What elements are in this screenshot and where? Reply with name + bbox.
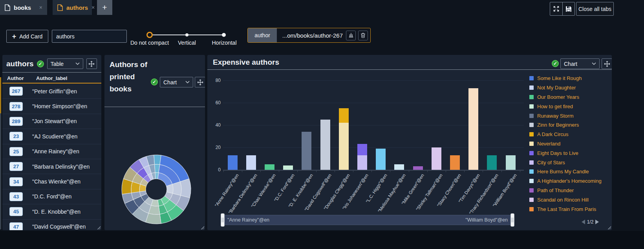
legend-item[interactable]: Some Like it Rough [529, 74, 611, 83]
move-card-handle[interactable] [86, 58, 97, 69]
bar-segment[interactable] [246, 155, 256, 170]
bar-segment[interactable] [283, 165, 293, 170]
delete-selection-button[interactable] [358, 31, 368, 40]
column-header-author-label[interactable]: Author_label [36, 75, 67, 81]
card-resize-handle[interactable] [607, 226, 611, 229]
legend-item[interactable]: Zinn for Beginners [529, 120, 611, 130]
slider-option-vertical[interactable]: Vertical [171, 40, 203, 46]
tab-authors[interactable]: authors × [53, 0, 92, 15]
bar-segment[interactable] [506, 155, 516, 170]
legend-item[interactable]: Scandal on Rincon Hill [529, 195, 611, 204]
legend-item[interactable]: A Highlander's Homecoming [529, 176, 611, 186]
legend-swatch [529, 76, 534, 80]
table-row: 45"D. E. Knobbe"@en [2, 204, 101, 219]
bar-segment[interactable] [394, 164, 404, 170]
legend-item[interactable]: How to get fired [529, 102, 611, 111]
legend-item[interactable]: Path of Thunder [529, 186, 611, 195]
author-label-cell: "Homer Simpson"@en [32, 103, 87, 109]
bar-segment[interactable] [320, 120, 330, 170]
legend-next-page-icon[interactable] [595, 220, 599, 224]
tab-books[interactable]: books × [0, 0, 47, 15]
zoom-slider-left-handle[interactable] [221, 213, 225, 227]
bar-segment[interactable] [487, 155, 497, 170]
card-resize-handle[interactable] [201, 226, 204, 229]
legend-prev-page-icon[interactable] [582, 220, 585, 224]
gridline [223, 147, 524, 148]
close-icon[interactable]: × [39, 4, 42, 11]
compact-slider-handle[interactable] [146, 32, 153, 38]
table-row: 289"Jon Stewart"@en [2, 114, 101, 129]
legend-item[interactable]: Not My Daughter [529, 83, 611, 93]
clear-selection-button[interactable] [346, 31, 356, 40]
author-id-badge[interactable]: 25 [9, 147, 23, 156]
author-id-badge[interactable]: 47 [9, 222, 23, 230]
zoom-slider-right-handle[interactable] [510, 213, 514, 227]
legend-item[interactable]: A Dark Circus [529, 130, 611, 139]
add-card-button[interactable]: + Add Card [6, 30, 48, 43]
author-label-cell: "David Cogswell"@en [32, 224, 86, 230]
column-header-author[interactable]: Author [7, 75, 24, 81]
bar-segment[interactable] [432, 147, 441, 170]
bar-segment[interactable] [413, 166, 423, 170]
author-id-badge[interactable]: 289 [9, 117, 23, 126]
legend-item[interactable]: Neverland [529, 139, 611, 149]
move-card-handle[interactable] [195, 77, 205, 87]
legend-item[interactable]: Here Burns My Candle [529, 167, 611, 176]
x-axis-tick [371, 171, 372, 172]
author-id-badge[interactable]: 278 [9, 102, 23, 111]
view-select[interactable]: Table [47, 58, 83, 69]
page-scrollbar[interactable] [0, 77, 1, 229]
sunburst-chart[interactable] [117, 150, 196, 229]
file-icon [5, 4, 10, 11]
bar-segment[interactable] [228, 155, 238, 170]
legend-item[interactable]: Our Boomer Years [529, 93, 611, 102]
save-button[interactable] [562, 2, 575, 16]
card-resize-handle[interactable] [97, 226, 101, 229]
author-id-badge[interactable]: 43 [9, 192, 23, 201]
author-id-badge[interactable]: 267 [9, 87, 23, 96]
page-scrollbar-thumb[interactable] [0, 77, 1, 113]
bar-segment[interactable] [376, 149, 386, 170]
bar-segment[interactable] [468, 88, 478, 170]
add-tab-button[interactable]: + [97, 0, 112, 15]
compact-slider-stop-vertical[interactable] [185, 33, 188, 36]
author-id-badge[interactable]: 45 [9, 207, 23, 216]
legend-item[interactable]: City of Stars [529, 158, 611, 167]
slider-option-horizontal[interactable]: Horizontal [208, 40, 240, 46]
trash-icon [360, 33, 366, 38]
legend-label: Scandal on Rincon Hill [537, 197, 589, 203]
legend-item[interactable]: Eight Days to Live [529, 148, 611, 158]
legend-item[interactable]: The Last Train From Paris [529, 204, 611, 214]
gridline [223, 103, 524, 103]
close-all-tabs-button[interactable]: Close all tabs [576, 2, 614, 16]
bar-segment[interactable] [357, 155, 367, 170]
legend-item[interactable]: Runaway Storm [529, 111, 611, 120]
bar-segment[interactable] [265, 164, 274, 170]
file-icon [57, 4, 63, 11]
sunburst-segment[interactable] [172, 182, 181, 195]
bar-segment[interactable] [339, 123, 349, 170]
fullscreen-button[interactable] [550, 2, 563, 16]
bar-segment[interactable] [357, 144, 367, 155]
view-select-value: Chart [163, 79, 177, 85]
compact-slider-stop-horizontal[interactable] [222, 33, 226, 37]
zoom-slider[interactable]: "Anne Rainey"@en "William Boyd"@en [222, 215, 513, 225]
author-id-badge[interactable]: 27 [9, 162, 23, 171]
x-axis-tick [409, 171, 409, 172]
author-id-badge[interactable]: 23 [9, 132, 23, 141]
bar-segment[interactable] [339, 108, 349, 123]
chevron-down-icon [185, 81, 190, 84]
author-id-badge[interactable]: 34 [9, 177, 23, 186]
slider-option-do-not-compact[interactable]: Do not compact [126, 40, 174, 46]
author-label-cell: "Peter Griffin"@en [32, 88, 77, 95]
close-icon[interactable]: × [91, 4, 95, 11]
bottom-strip [0, 231, 644, 249]
bar-segment[interactable] [302, 132, 311, 170]
view-select[interactable]: Chart [160, 77, 193, 87]
bar-segment[interactable] [450, 155, 460, 170]
card-name-input[interactable] [52, 30, 127, 43]
sunburst-segment[interactable] [180, 179, 191, 198]
legend-swatch [529, 207, 534, 211]
legend-swatch [529, 198, 534, 202]
gridline [223, 80, 524, 81]
